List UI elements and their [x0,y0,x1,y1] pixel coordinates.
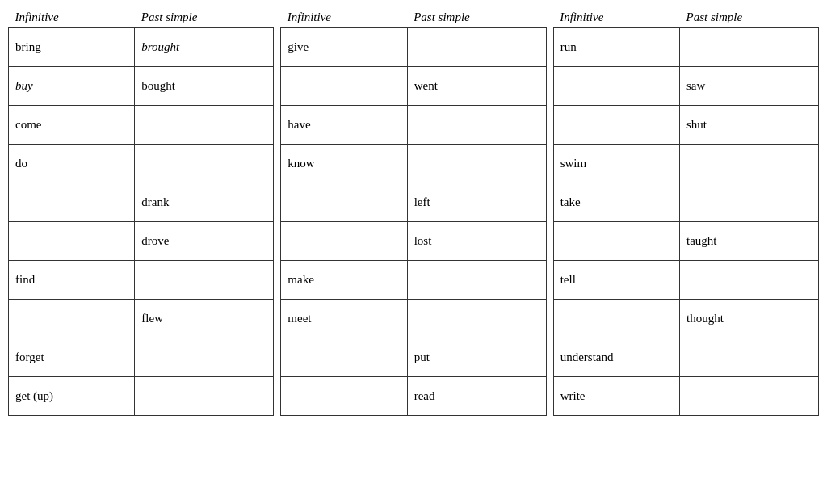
infinitive-cell [553,300,679,338]
past-cell [680,377,819,416]
infinitive-cell: find [9,261,135,300]
table-row: write [553,377,818,416]
header-infinitive-2: Infinitive [281,8,407,28]
table-row: have [281,106,546,145]
past-cell [680,261,819,300]
past-cell: lost [407,222,546,261]
table-row: saw [553,67,818,106]
infinitive-cell: bring [9,28,135,67]
table-row: swim [553,145,818,183]
past-cell: read [407,377,546,416]
infinitive-cell: get (up) [9,377,135,416]
infinitive-cell [553,106,679,145]
table-row: run [553,28,818,67]
past-cell: put [407,338,546,377]
verb-table-1: Infinitive Past simple bring brought buy… [8,8,274,416]
table-row: thought [553,300,818,338]
past-cell [135,261,274,300]
past-cell [135,377,274,416]
infinitive-cell: tell [553,261,679,300]
infinitive-cell: have [281,106,407,145]
table-row: bring brought [9,28,274,67]
table-row: tell [553,261,818,300]
table-row: find [9,261,274,300]
infinitive-cell: understand [553,338,679,377]
past-cell [407,145,546,183]
past-cell: flew [135,300,274,338]
table-row: put [281,338,546,377]
infinitive-cell: meet [281,300,407,338]
table-row: understand [553,338,818,377]
infinitive-cell [9,183,135,222]
table-row: shut [553,106,818,145]
past-cell [680,183,819,222]
tables-row: Infinitive Past simple bring brought buy… [8,8,819,416]
table-row: drank [9,183,274,222]
infinitive-cell [281,222,407,261]
page-container: Infinitive Past simple bring brought buy… [8,8,819,416]
past-cell [407,300,546,338]
separator-2 [547,8,553,416]
past-cell [135,106,274,145]
table-row: flew [9,300,274,338]
past-cell: left [407,183,546,222]
table-row: drove [9,222,274,261]
past-cell: taught [680,222,819,261]
table-row: forget [9,338,274,377]
table-row: make [281,261,546,300]
table-row: give [281,28,546,67]
infinitive-cell [281,338,407,377]
table-row: buy bought [9,67,274,106]
infinitive-cell [9,300,135,338]
table-row: left [281,183,546,222]
table-row: do [9,145,274,183]
past-cell [135,145,274,183]
table-row: taught [553,222,818,261]
header-past-3: Past simple [680,8,819,28]
table-row: know [281,145,546,183]
header-past-1: Past simple [135,8,274,28]
past-cell: drove [135,222,274,261]
infinitive-cell: run [553,28,679,67]
table-row: meet [281,300,546,338]
infinitive-cell [9,222,135,261]
table-row: take [553,183,818,222]
table-row: went [281,67,546,106]
past-cell [407,106,546,145]
past-cell: went [407,67,546,106]
infinitive-cell: come [9,106,135,145]
infinitive-cell [281,377,407,416]
past-cell: saw [680,67,819,106]
infinitive-cell [553,222,679,261]
separator-1 [274,8,280,416]
infinitive-cell: forget [9,338,135,377]
verb-table-2: Infinitive Past simple give went have [280,8,546,416]
table-row: come [9,106,274,145]
infinitive-cell: do [9,145,135,183]
infinitive-cell: take [553,183,679,222]
past-cell: shut [680,106,819,145]
table-row: get (up) [9,377,274,416]
header-past-2: Past simple [407,8,546,28]
past-cell: bought [135,67,274,106]
past-cell [407,261,546,300]
past-cell: brought [135,28,274,67]
header-infinitive-3: Infinitive [553,8,679,28]
infinitive-cell: swim [553,145,679,183]
verb-table-3: Infinitive Past simple run saw shut [553,8,819,416]
past-cell: thought [680,300,819,338]
infinitive-cell [281,67,407,106]
infinitive-cell [553,67,679,106]
past-cell [680,338,819,377]
header-infinitive-1: Infinitive [9,8,135,28]
table-row: read [281,377,546,416]
infinitive-cell: give [281,28,407,67]
past-cell [680,145,819,183]
infinitive-cell [281,183,407,222]
past-cell [407,28,546,67]
infinitive-cell: buy [9,67,135,106]
infinitive-cell: know [281,145,407,183]
infinitive-cell: make [281,261,407,300]
past-cell [135,338,274,377]
past-cell [680,28,819,67]
